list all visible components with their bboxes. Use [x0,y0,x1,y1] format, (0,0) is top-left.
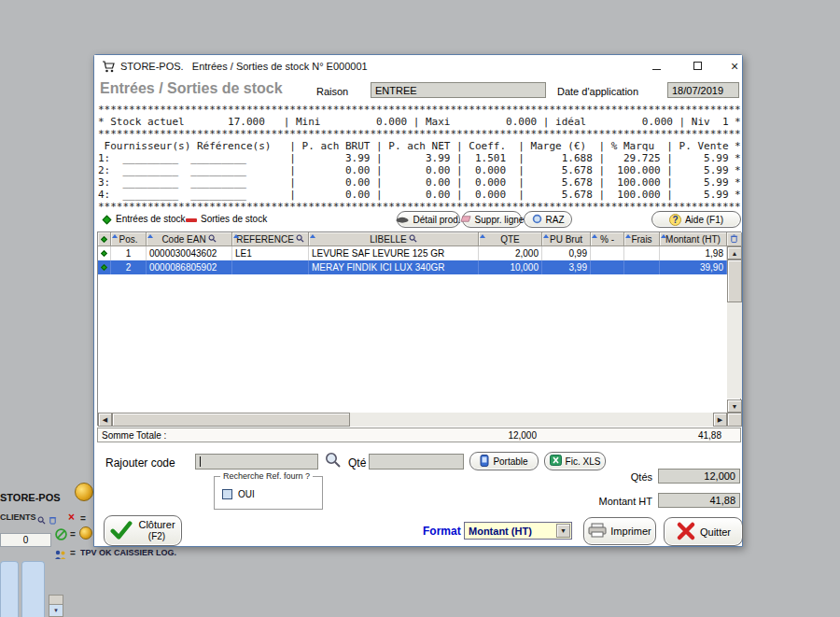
cell-pu: 0,99 [542,246,591,260]
grid-header-frais[interactable]: Frais [624,232,660,246]
grid-header-reference[interactable]: REFERENCE [232,232,309,246]
cell-qte: 10,000 [479,260,542,274]
date-label: Date d'application [557,86,638,97]
oui-label: OUI [238,489,255,499]
entry-diamond-icon [101,250,107,257]
info-line: * Stock actuel 17.000 | Mini 0.000 | Max… [98,116,741,128]
equals-sign: = [80,513,86,524]
raz-button[interactable]: RAZ [524,211,572,228]
text-caret [200,456,201,467]
sort-icon [310,234,315,238]
sort-icon [661,234,666,238]
titlebar[interactable]: STORE-POS. Entrées / Sorties de stock N°… [94,55,742,77]
close-button[interactable]: × [725,58,744,74]
scroll-down-button[interactable]: ▼ [727,400,742,413]
horizontal-scroll-thumb[interactable] [112,413,350,427]
cell-frais [624,246,660,260]
raison-input[interactable]: ENTREE [371,82,546,98]
code-input[interactable] [195,454,318,470]
qtes-total-field: 12,000 [658,469,740,484]
search-icon[interactable] [296,234,304,245]
quitter-label: Quitter [700,526,731,538]
somme-montant: 41,88 [98,430,721,441]
car-icon [396,215,409,225]
xls-icon [550,455,562,468]
scroll-left-button[interactable]: ◀ [98,413,112,427]
cell-ean: 0000086805902 [147,260,232,274]
maximize-button[interactable] [688,58,707,74]
window-title: STORE-POS. Entrées / Sorties de stock N°… [120,61,368,72]
search-icon[interactable] [208,234,217,245]
header-ean-label: Code EAN [161,234,205,245]
xls-file-button[interactable]: Fic. XLS [544,452,606,470]
legend-entrees: Entrées de stock [116,214,185,224]
header-qte-label: QTE [500,234,520,245]
trash-icon[interactable] [49,512,57,528]
delete-line-label: Suppr. ligne [475,215,525,225]
vertical-scroll-thumb[interactable] [727,259,742,302]
cell-qte: 2,000 [479,246,542,260]
help-button[interactable]: ? Aide (F1) [651,211,741,228]
info-line: 4: _________ _________ | 0.00 | 0.00 | 0… [98,189,741,201]
quitter-button[interactable]: Quitter [664,517,743,546]
info-line: 3: _________ _________ | 0.00 | 0.00 | 0… [98,176,741,189]
qte-label: Qté [348,456,366,470]
cell-entry-icon [98,246,111,260]
sort-icon [112,234,118,238]
grid-header-ean[interactable]: Code EAN [147,232,232,246]
cell-libelle: MERAY FINDIK ICI LUX 340GR [309,260,479,274]
table-row[interactable]: 1 0000030043602 LE1 LEVURE SAF LEVURE 12… [98,246,727,260]
scroll-right-button[interactable]: ▶ [713,413,727,427]
eraser-icon [460,215,471,225]
search-code-button[interactable] [324,451,342,472]
grid-header-trash[interactable] [727,232,742,246]
grid-header-pu[interactable]: PU Brut [542,232,591,246]
info-line: ****************************************… [98,104,741,116]
portable-button[interactable]: Portable [469,452,539,470]
background-panel [0,561,19,617]
info-line: ****************************************… [98,128,741,140]
table-row-selected[interactable]: 2 0000086805902 MERAY FINDIK ICI LUX 340… [98,260,727,274]
minimize-button[interactable] [647,58,665,74]
search-icon[interactable] [37,512,46,528]
background-panel [21,561,45,617]
sort-icon [625,234,631,238]
search-icon[interactable] [409,234,417,245]
sort-icon [480,234,485,238]
scroll-down-button[interactable]: ▼ [49,604,63,616]
delete-line-button[interactable]: Suppr. ligne [462,211,522,228]
sort-icon [543,234,549,238]
grid-header-pct[interactable]: % - [591,232,624,246]
cloturer-button[interactable]: Clôturer (F2) [104,515,182,546]
no-entry-icon [55,527,67,544]
format-dropdown[interactable]: Montant (HT) ▼ [464,522,572,540]
montant-ht-label: Montant HT [524,496,652,507]
grid-header-qte[interactable]: QTE [479,232,542,246]
chevron-down-icon[interactable]: ▼ [556,524,570,538]
entry-diamond-icon [103,216,112,225]
cell-reference: LE1 [232,246,309,260]
sort-icon [233,234,239,238]
imprimer-label: Imprimer [610,526,651,537]
recherche-legend: Recherche Ref. fourn ? [220,471,313,481]
background-scrollbar[interactable]: ▼ [49,595,63,617]
scroll-up-button[interactable]: ▲ [727,246,742,259]
oui-checkbox[interactable] [222,489,232,499]
detail-product-button[interactable]: Détail prod. [397,211,460,228]
qte-input[interactable] [369,454,464,470]
cell-entry-icon [98,260,111,274]
background-count-field: 0 [0,533,51,547]
sort-icon [147,234,153,238]
stock-lines-grid: Pos. Code EAN REFERENCE LIBELLE QTE PU B… [97,231,741,426]
date-input[interactable]: 18/07/2019 [667,82,739,98]
grid-header-pos[interactable]: Pos. [111,232,147,246]
grid-header-libelle[interactable]: LIBELLE [309,232,479,246]
reset-icon [532,214,542,226]
grid-header-icon[interactable] [98,232,111,246]
users-icon [54,547,67,564]
rajouter-code-label: Rajouter code [105,456,175,470]
imprimer-button[interactable]: Imprimer [583,517,656,545]
recherche-groupbox: Recherche Ref. fourn ? OUI [214,476,323,510]
grid-header-montant[interactable]: Montant (HT) [660,232,727,246]
equals-sign: = [70,548,76,558]
